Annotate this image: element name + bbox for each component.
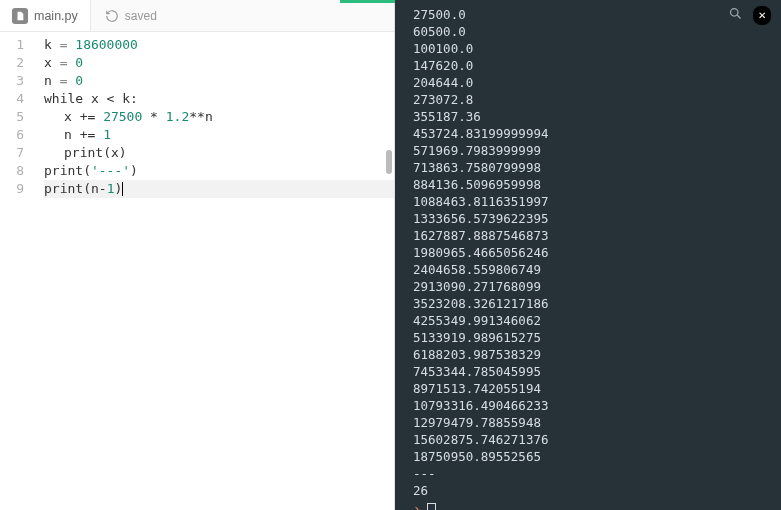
- console-line: 60500.0: [413, 23, 771, 40]
- console-line: 453724.83199999994: [413, 125, 771, 142]
- code-line-4[interactable]: while x < k:: [44, 90, 394, 108]
- console-line: 273072.8: [413, 91, 771, 108]
- console-line: 1333656.5739622395: [413, 210, 771, 227]
- console-line: 4255349.991346062: [413, 312, 771, 329]
- console-prompt[interactable]: ›: [413, 500, 771, 510]
- search-icon[interactable]: [728, 6, 743, 25]
- console-line: 1088463.8116351997: [413, 193, 771, 210]
- console-line: 713863.7580799998: [413, 159, 771, 176]
- console-line: 12979479.78855948: [413, 414, 771, 431]
- console-line: 100100.0: [413, 40, 771, 57]
- console-output: 27500.060500.0100100.0147620.0204644.027…: [413, 6, 771, 499]
- console-line: 204644.0: [413, 74, 771, 91]
- console-line: 10793316.490466233: [413, 397, 771, 414]
- code-area[interactable]: k = 18600000 x = 0 n = 0 while x < k: x …: [30, 32, 394, 510]
- console-line: 5133919.989615275: [413, 329, 771, 346]
- saved-status: saved: [91, 9, 157, 23]
- console-cursor: [427, 503, 436, 511]
- console-pane[interactable]: ✕ 27500.060500.0100100.0147620.0204644.0…: [395, 0, 781, 510]
- console-line: 2404658.559806749: [413, 261, 771, 278]
- console-line: 2913090.271768099: [413, 278, 771, 295]
- editor-pane: main.py saved 1 2 3 4 5 6 7 8 9 k = 1860…: [0, 0, 395, 510]
- code-editor[interactable]: 1 2 3 4 5 6 7 8 9 k = 18600000 x = 0 n =…: [0, 32, 394, 510]
- close-badge[interactable]: ✕: [753, 6, 771, 25]
- saved-label: saved: [125, 9, 157, 23]
- code-line-7[interactable]: print(x): [44, 144, 394, 162]
- code-line-1[interactable]: k = 18600000: [44, 36, 394, 54]
- console-line: 18750950.89552565: [413, 448, 771, 465]
- console-toolbar: ✕: [728, 6, 771, 25]
- console-line: 884136.5096959998: [413, 176, 771, 193]
- file-icon: [12, 8, 28, 24]
- console-line: 7453344.785045995: [413, 363, 771, 380]
- console-line: ---: [413, 465, 771, 482]
- editor-scrollbar-thumb[interactable]: [386, 150, 392, 174]
- console-line: 6188203.987538329: [413, 346, 771, 363]
- svg-point-0: [731, 9, 739, 17]
- tab-bar: main.py saved: [0, 0, 394, 32]
- prompt-caret-icon: ›: [413, 500, 421, 510]
- console-line: 571969.7983999999: [413, 142, 771, 159]
- console-line: 355187.36: [413, 108, 771, 125]
- cursor-caret: [122, 182, 123, 196]
- code-line-2[interactable]: x = 0: [44, 54, 394, 72]
- console-line: 1627887.8887546873: [413, 227, 771, 244]
- console-line: 8971513.742055194: [413, 380, 771, 397]
- code-line-9[interactable]: print(n-1): [44, 180, 394, 198]
- code-line-3[interactable]: n = 0: [44, 72, 394, 90]
- tab-filename: main.py: [34, 9, 78, 23]
- history-icon[interactable]: [105, 9, 119, 23]
- tab-main-py[interactable]: main.py: [0, 0, 91, 31]
- console-line: 27500.0: [413, 6, 771, 23]
- svg-line-1: [737, 15, 740, 18]
- code-line-8[interactable]: print('---'): [44, 162, 394, 180]
- console-line: 26: [413, 482, 771, 499]
- code-line-5[interactable]: x += 27500 * 1.2**n: [44, 108, 394, 126]
- code-line-6[interactable]: n += 1: [44, 126, 394, 144]
- console-line: 15602875.746271376: [413, 431, 771, 448]
- console-line: 147620.0: [413, 57, 771, 74]
- console-line: 1980965.4665056246: [413, 244, 771, 261]
- line-gutter: 1 2 3 4 5 6 7 8 9: [0, 32, 30, 510]
- console-line: 3523208.3261217186: [413, 295, 771, 312]
